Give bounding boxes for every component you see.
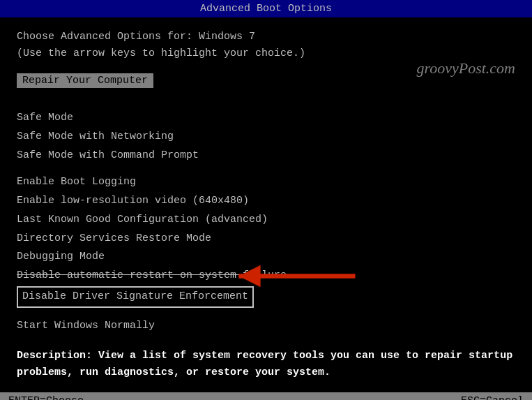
menu-list: Safe Mode Safe Mode with Networking Safe… <box>17 109 515 335</box>
description-label: Description: <box>17 350 98 362</box>
highlighted-item[interactable]: Repair Your Computer <box>17 73 153 88</box>
screen: Advanced Boot Options groovyPost.com Cho… <box>0 0 532 400</box>
spacer1 <box>17 165 515 173</box>
title-bar: Advanced Boot Options <box>0 0 532 17</box>
svg-marker-1 <box>238 265 260 287</box>
menu-item-last-known-good[interactable]: Last Known Good Configuration (advanced) <box>17 211 515 230</box>
menu-item-low-res-video[interactable]: Enable low-resolution video (640x480) <box>17 192 515 211</box>
description-section: Description: View a list of system recov… <box>17 348 515 381</box>
groovy-watermark: groovyPost.com <box>416 59 515 77</box>
enter-label: ENTER=Choose <box>8 395 84 400</box>
menu-item-safe-mode-networking[interactable]: Safe Mode with Networking <box>17 128 515 147</box>
menu-item-directory-services[interactable]: Directory Services Restore Mode <box>17 230 515 249</box>
menu-item-start-windows-normally[interactable]: Start Windows Normally <box>17 317 515 336</box>
menu-item-safe-mode[interactable]: Safe Mode <box>17 109 515 128</box>
menu-item-safe-mode-command[interactable]: Safe Mode with Command Prompt <box>17 147 515 165</box>
main-content: groovyPost.com Choose Advanced Options f… <box>0 17 532 392</box>
header-text: Choose Advanced Options for: Windows 7 (… <box>17 29 515 62</box>
bottom-bar: ENTER=Choose ESC=Cancel <box>0 392 532 400</box>
spacer2 <box>17 309 515 317</box>
title-label: Advanced Boot Options <box>200 3 332 15</box>
arrow-icon <box>202 253 363 299</box>
esc-label: ESC=Cancel <box>461 395 524 400</box>
header-line1: Choose Advanced Options for: Windows 7 <box>17 29 515 45</box>
menu-item-enable-boot-logging[interactable]: Enable Boot Logging <box>17 173 515 192</box>
